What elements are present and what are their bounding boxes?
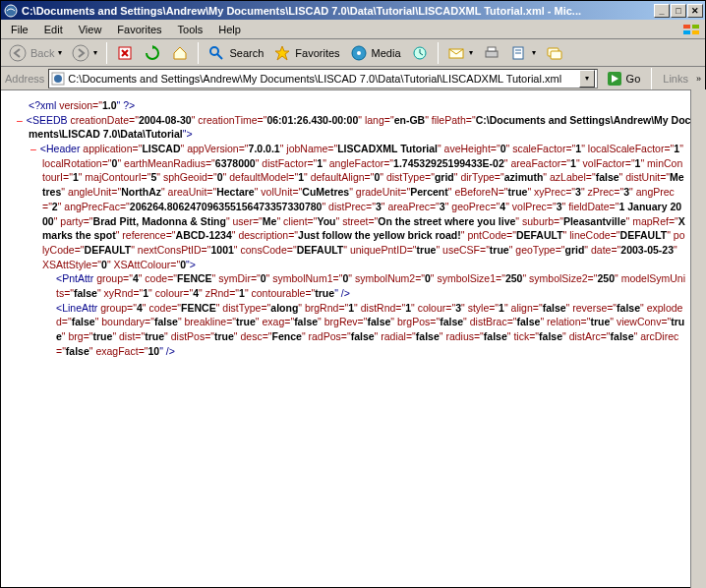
links-label[interactable]: Links (659, 73, 692, 85)
dropdown-icon: ▾ (532, 48, 536, 57)
print-button[interactable] (479, 42, 504, 64)
favorites-label: Favorites (295, 47, 339, 59)
address-dropdown[interactable]: ▾ (579, 70, 595, 88)
search-label: Search (229, 47, 264, 59)
svg-point-8 (210, 47, 218, 55)
seedb-element: –<SEEDB creationDate="2004-08-30" creati… (1, 113, 705, 142)
mail-button[interactable]: ▾ (443, 42, 477, 64)
discuss-button[interactable] (542, 42, 567, 64)
vertical-scrollbar[interactable] (690, 89, 706, 588)
menu-tools[interactable]: Tools (170, 22, 211, 37)
refresh-icon (144, 44, 161, 62)
back-label: Back (30, 47, 54, 59)
address-label: Address (5, 73, 44, 85)
address-value: C:\Documents and Settings\Andrew\My Docu… (68, 73, 575, 85)
svg-rect-20 (551, 51, 561, 59)
go-icon (606, 70, 623, 88)
svg-point-0 (5, 5, 17, 17)
menu-help[interactable]: Help (210, 22, 249, 37)
titlebar: C:\Documents and Settings\Andrew\My Docu… (1, 1, 705, 20)
maximize-button[interactable]: □ (671, 4, 686, 18)
toolbar: Back ▾ ▾ Search Favorites Media ▾ ▾ (1, 39, 705, 67)
mail-icon (447, 44, 465, 62)
svg-rect-14 (486, 51, 498, 57)
menu-view[interactable]: View (71, 22, 110, 37)
media-label: Media (372, 47, 401, 59)
close-button[interactable]: ✕ (687, 4, 703, 18)
separator (651, 68, 652, 89)
minimize-button[interactable]: _ (654, 4, 670, 18)
refresh-button[interactable] (140, 42, 165, 64)
search-icon (207, 44, 225, 62)
address-bar: Address C:\Documents and Settings\Andrew… (1, 67, 705, 90)
windows-logo (679, 21, 703, 38)
stop-button[interactable] (112, 42, 138, 64)
back-icon (9, 44, 27, 62)
svg-point-11 (357, 51, 361, 55)
lineattr-element: <LineAttr group="4" code="FENCE" distTyp… (1, 301, 705, 359)
edit-button[interactable]: ▾ (506, 42, 540, 64)
ie-icon (3, 3, 19, 19)
svg-line-9 (217, 54, 222, 59)
svg-rect-2 (692, 25, 699, 29)
svg-rect-3 (683, 30, 690, 34)
window-title: C:\Documents and Settings\Andrew\My Docu… (22, 5, 654, 17)
collapse-toggle[interactable]: – (30, 143, 36, 154)
home-button[interactable] (167, 42, 193, 64)
search-button[interactable]: Search (204, 42, 267, 64)
separator (438, 42, 439, 64)
xml-declaration: <?xml version="1.0" ?> (1, 98, 705, 113)
back-button[interactable]: Back ▾ (5, 42, 66, 64)
star-icon (273, 44, 291, 62)
forward-icon (72, 44, 89, 62)
separator (198, 42, 199, 64)
favorites-button[interactable]: Favorites (269, 42, 343, 64)
stop-icon (116, 44, 134, 62)
address-input[interactable]: C:\Documents and Settings\Andrew\My Docu… (48, 69, 597, 88)
pntattr-element: <PntAttr group="4" code="FENCE" symDir="… (1, 271, 705, 300)
menubar: File Edit View Favorites Tools Help (1, 20, 705, 39)
menu-favorites[interactable]: Favorites (109, 22, 169, 37)
go-button[interactable]: Go (602, 69, 645, 88)
forward-button[interactable]: ▾ (68, 42, 101, 64)
dropdown-icon: ▾ (93, 48, 97, 57)
svg-rect-15 (488, 47, 496, 51)
edit-icon (510, 44, 528, 62)
svg-point-5 (10, 45, 26, 61)
menu-file[interactable]: File (3, 22, 36, 37)
svg-point-6 (73, 45, 88, 61)
print-icon (483, 44, 500, 62)
dropdown-icon: ▾ (469, 48, 473, 57)
history-button[interactable] (407, 42, 433, 64)
collapse-toggle[interactable]: – (17, 114, 23, 126)
history-icon (411, 44, 429, 62)
separator (106, 42, 107, 64)
ie-page-icon (51, 72, 65, 86)
media-icon (350, 44, 368, 62)
svg-point-22 (54, 75, 62, 83)
media-button[interactable]: Media (346, 42, 405, 64)
svg-rect-4 (692, 30, 699, 34)
home-icon (171, 44, 189, 62)
svg-rect-1 (683, 25, 690, 29)
go-label: Go (626, 73, 641, 85)
header-element: –<Header application="LISCAD" appVersion… (1, 142, 705, 271)
dropdown-icon: ▾ (58, 48, 62, 57)
discuss-icon (546, 44, 563, 62)
menu-edit[interactable]: Edit (36, 22, 71, 37)
xml-content: <?xml version="1.0" ?> –<SEEDB creationD… (1, 90, 705, 587)
